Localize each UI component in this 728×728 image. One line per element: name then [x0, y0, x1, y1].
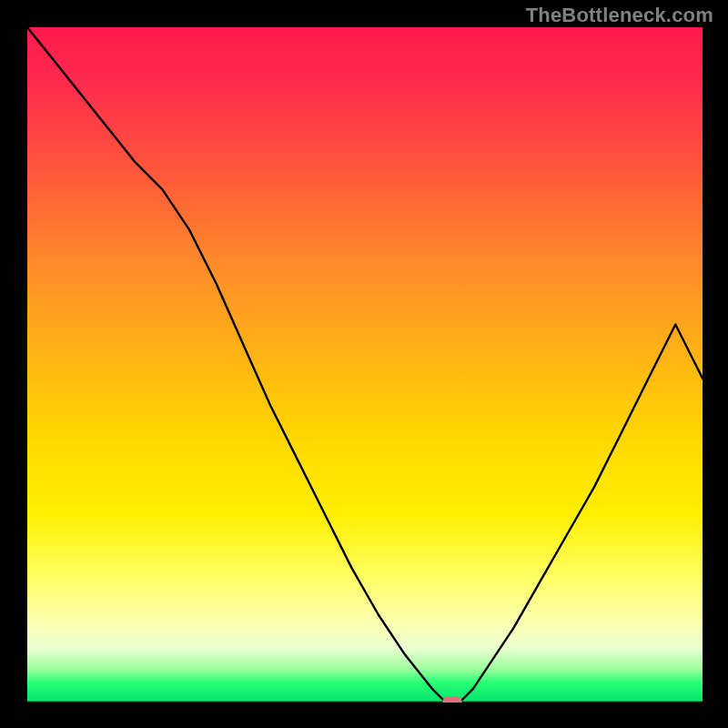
watermark-text: TheBottleneck.com — [526, 4, 713, 27]
plot-area — [27, 27, 703, 703]
optimal-point-marker — [442, 696, 462, 703]
chart-frame: TheBottleneck.com — [0, 0, 728, 728]
bottleneck-curve — [27, 27, 703, 703]
